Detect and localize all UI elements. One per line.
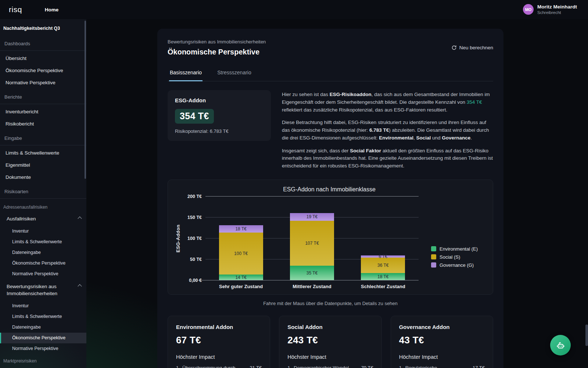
app-logo[interactable]: risq xyxy=(9,5,22,14)
impact-card: Governance Addon 43 T€ Höchster Impact 1… xyxy=(391,316,493,368)
sidebar-item-limits-schwellenwerte[interactable]: Limits & Schwellenwerte xyxy=(0,237,86,247)
bar-slot-schlechter-zustand: 18 T€36 T€6 T€ xyxy=(348,197,419,280)
bar-segment-social-s[interactable]: 100 T€ xyxy=(219,233,263,275)
impact-item-rank: 1. xyxy=(287,365,294,368)
sidebar-item-übersicht[interactable]: Übersicht xyxy=(0,52,86,64)
impact-item-label: Regulatorische Verschärfungen (EU-Taxono… xyxy=(405,365,469,368)
chart-title: ESG-Addon nach Immobilienklasse xyxy=(174,186,485,193)
bar-segment-value: 36 T€ xyxy=(377,263,388,268)
sidebar-item-normative-perspektive[interactable]: Normative Perspektive xyxy=(0,269,86,279)
panel-header: Bewertungsrisiken aus Immobiliensicherhe… xyxy=(168,39,493,56)
y-axis-tick: 50 T€ xyxy=(190,257,202,262)
impact-list-item: 1.Überschwemmung durch Starkregen21 T€ xyxy=(176,365,262,368)
sidebar-item-ökonomische-perspektive[interactable]: Ökonomische Perspektive xyxy=(0,258,86,269)
sidebar-item-normative-perspektive[interactable]: Normative Perspektive xyxy=(0,77,86,89)
x-axis-label-sehr-guter-zustand: Sehr guter Zustand xyxy=(205,284,276,289)
bar-segment-value: 100 T€ xyxy=(234,251,248,256)
legend-item-governance-g[interactable]: Governance (G) xyxy=(431,262,485,268)
sidebar-item-limits-schwellenwerte[interactable]: Limits & Schwellenwerte xyxy=(0,311,86,322)
bar-segment-environmental-e[interactable]: 35 T€ xyxy=(290,266,334,280)
avatar[interactable]: MO xyxy=(523,4,534,15)
sidebar-item-ausfallrisiken[interactable]: Ausfallrisiken xyxy=(0,212,86,226)
sidebar-item-marktpreisrisiken: Marktpreisrisiken xyxy=(0,354,86,365)
sidebar-item-risikoarten: Risikoarten xyxy=(0,183,86,199)
impact-list: 1.Demographischer Wandel70 T€2.Nutzungsä… xyxy=(287,365,373,368)
sidebar-item-bewertungsrisiken-aus-immobiliensicherheiten[interactable]: Bewertungsrisiken aus Immobiliensicherhe… xyxy=(0,279,86,301)
page-scrollbar-thumb[interactable] xyxy=(585,325,588,346)
legend-item-environmental-e[interactable]: Environmental (E) xyxy=(431,246,485,252)
bar-segment-environmental-e[interactable]: 14 T€ xyxy=(219,275,263,280)
bars-layer: 14 T€100 T€18 T€35 T€107 T€19 T€18 T€36 … xyxy=(205,197,419,280)
impact-item-value: 17 T€ xyxy=(473,365,485,368)
y-axis-tick: 200 T€ xyxy=(187,194,202,199)
y-ticks: 0,00 €50 T€100 T€150 T€200 T€ xyxy=(182,197,205,280)
sidebar-item-eigenmittel[interactable]: Eigenmittel xyxy=(0,159,86,171)
stacked-bar-mittlerer-zustand[interactable]: 35 T€107 T€19 T€ xyxy=(290,213,334,281)
y-axis-label: ESG-Addon xyxy=(174,197,182,280)
sidebar-item-ökonomische-perspektive[interactable]: Ökonomische Perspektive xyxy=(0,64,86,77)
sidebar-scrollbar-thumb[interactable] xyxy=(85,21,86,179)
bar-segment-value: 14 T€ xyxy=(235,275,246,280)
sidebar-item-risikobericht[interactable]: Risikobericht xyxy=(0,118,86,130)
sidebar-item-zinsänderungsrisiken-im-bankbuch[interactable]: Zinsänderungsrisiken im Bankbuch xyxy=(0,365,86,368)
user-menu[interactable]: MO Moritz Meinhardt Schreibrecht xyxy=(523,4,577,15)
sidebar-item-inventurbericht[interactable]: Inventurbericht xyxy=(0,106,86,118)
tab-basisszenario[interactable]: Basisszenario xyxy=(169,67,202,81)
robot-icon xyxy=(556,340,566,350)
impact-item-value: 70 T€ xyxy=(361,365,373,368)
y-axis-tick: 0,00 € xyxy=(189,278,202,283)
impact-card-value: 243 T€ xyxy=(287,335,373,346)
chevron-up-icon xyxy=(78,284,82,288)
impact-card: Social Addon 243 T€ Höchster Impact 1.De… xyxy=(279,316,381,368)
bar-segment-governance-g[interactable]: 18 T€ xyxy=(219,225,263,233)
recalculate-button[interactable]: Neu berechnen xyxy=(451,45,493,50)
sidebar-item-dokumente[interactable]: Dokumente xyxy=(0,171,86,183)
plot-column: 14 T€100 T€18 T€35 T€107 T€19 T€18 T€36 … xyxy=(205,197,419,289)
impact-list: 1.Regulatorische Verschärfungen (EU-Taxo… xyxy=(399,365,485,368)
gridline xyxy=(192,280,419,280)
impact-item-label: Überschwemmung durch Starkregen xyxy=(182,365,246,368)
impact-card-title: Governance Addon xyxy=(399,324,485,330)
sidebar-item-inventur[interactable]: Inventur xyxy=(0,301,86,311)
sidebar-item-eingabe: Eingabe xyxy=(0,130,86,145)
stacked-bar-sehr-guter-zustand[interactable]: 14 T€100 T€18 T€ xyxy=(219,225,263,280)
description-paragraph: Diese Betrachtung hilft dabei, ESG-Risik… xyxy=(282,119,493,142)
impact-item-rank: 1. xyxy=(399,365,405,368)
legend-item-social-s[interactable]: Social (S) xyxy=(431,254,485,260)
stacked-bar-schlechter-zustand[interactable]: 18 T€36 T€6 T€ xyxy=(361,255,405,280)
nav-home[interactable]: Home xyxy=(45,7,59,13)
impact-card-value: 43 T€ xyxy=(399,335,485,346)
sidebar-nav: DashboardsÜbersichtÖkonomische Perspekti… xyxy=(0,35,86,368)
sidebar-item-limits-schwellenwerte[interactable]: Limits & Schwellenwerte xyxy=(0,147,86,159)
recalculate-label: Neu berechnen xyxy=(459,45,493,50)
sidebar-item-normative-perspektive[interactable]: Normative Perspektive xyxy=(0,343,86,354)
bar-segment-social-s[interactable]: 107 T€ xyxy=(290,221,334,266)
impact-card-subtitle: Höchster Impact xyxy=(176,354,262,360)
bar-segment-value: 18 T€ xyxy=(235,226,246,231)
bar-segment-value: 107 T€ xyxy=(305,241,319,246)
description-paragraph: Hier zu sehen ist das ESG-Risikoaddon, d… xyxy=(282,91,493,114)
impact-list-item: 1.Demographischer Wandel70 T€ xyxy=(287,365,373,368)
y-axis-tick: 100 T€ xyxy=(187,236,202,241)
y-axis-tick: 150 T€ xyxy=(187,215,202,220)
chart-legend: Environmental (E)Social (S)Governance (G… xyxy=(431,244,485,270)
bar-segment-environmental-e[interactable]: 18 T€ xyxy=(361,273,405,281)
sidebar-item-dateneingabe[interactable]: Dateneingabe xyxy=(0,247,86,258)
bar-segment-value: 18 T€ xyxy=(377,274,388,279)
sidebar-item-dateneingabe[interactable]: Dateneingabe xyxy=(0,322,86,333)
sidebar-item-dashboards: Dashboards xyxy=(0,35,86,51)
sidebar-item-inventur[interactable]: Inventur xyxy=(0,226,86,237)
tab-stressszenario[interactable]: Stressszenario xyxy=(216,67,252,81)
bar-segment-governance-g[interactable]: 6 T€ xyxy=(361,255,405,258)
chart-body: ESG-Addon 0,00 €50 T€100 T€150 T€200 T€ … xyxy=(174,197,485,289)
main-panel: Bewertungsrisiken aus Immobiliensicherhe… xyxy=(157,29,503,368)
impact-item-label: Demographischer Wandel xyxy=(294,365,349,368)
tab-bar: Basisszenario Stressszenario xyxy=(168,67,493,81)
impact-card: Environmental Addon 67 T€ Höchster Impac… xyxy=(168,316,270,368)
sidebar-item-ökonomische-perspektive[interactable]: Ökonomische Perspektive xyxy=(0,333,86,343)
sidebar-item-label: Bewertungsrisiken aus Immobiliensicherhe… xyxy=(7,283,71,297)
bar-segment-governance-g[interactable]: 19 T€ xyxy=(290,213,334,221)
bar-slot-mittlerer-zustand: 35 T€107 T€19 T€ xyxy=(276,197,347,280)
chat-assistant-fab[interactable] xyxy=(550,335,571,355)
bar-segment-social-s[interactable]: 36 T€ xyxy=(361,258,405,273)
